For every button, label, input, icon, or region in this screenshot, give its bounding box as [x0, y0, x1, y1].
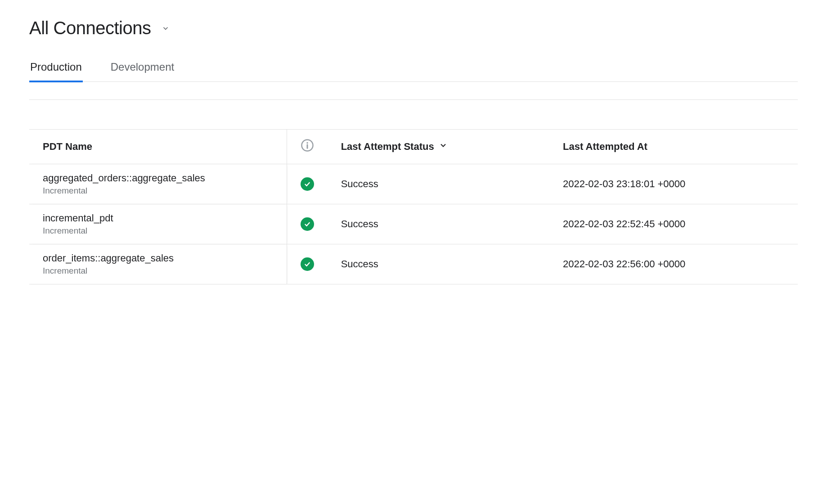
attempted-at: 2022-02-03 22:52:45 +0000 — [549, 204, 798, 244]
title-dropdown-chevron-icon[interactable] — [160, 22, 171, 34]
status-text: Success — [328, 204, 549, 244]
success-check-icon — [301, 177, 314, 191]
page-header: All Connections — [29, 18, 798, 38]
column-header-last-attempted-at[interactable]: Last Attempted At — [549, 130, 798, 164]
page-title: All Connections — [29, 18, 151, 38]
table-header-row: PDT Name Last Attempt Status — [29, 130, 798, 164]
column-header-last-attempt-status[interactable]: Last Attempt Status — [328, 130, 549, 164]
toolbar-spacer — [29, 82, 798, 100]
pdt-subtype: Incremental — [43, 226, 273, 236]
pdt-name: order_items::aggregate_sales — [43, 252, 273, 264]
table-row[interactable]: order_items::aggregate_sales Incremental… — [29, 244, 798, 284]
table-row[interactable]: incremental_pdt Incremental Success 2022… — [29, 204, 798, 244]
column-header-pdt-name[interactable]: PDT Name — [29, 130, 287, 164]
pdt-subtype: Incremental — [43, 266, 273, 276]
tabs: Production Development — [29, 61, 798, 82]
tab-production[interactable]: Production — [29, 61, 83, 81]
spacer — [29, 100, 798, 129]
status-text: Success — [328, 164, 549, 204]
success-check-icon — [301, 217, 314, 231]
info-icon — [301, 139, 314, 152]
status-text: Success — [328, 244, 549, 284]
table-row[interactable]: aggregated_orders::aggregate_sales Incre… — [29, 164, 798, 204]
pdt-subtype: Incremental — [43, 186, 273, 196]
tab-development[interactable]: Development — [110, 61, 175, 81]
column-header-status-label: Last Attempt Status — [341, 141, 434, 153]
attempted-at: 2022-02-03 22:56:00 +0000 — [549, 244, 798, 284]
pdt-table: PDT Name Last Attempt Status — [29, 129, 798, 284]
pdt-name: incremental_pdt — [43, 212, 273, 224]
attempted-at: 2022-02-03 23:18:01 +0000 — [549, 164, 798, 204]
success-check-icon — [301, 257, 314, 271]
svg-point-2 — [306, 142, 308, 144]
pdt-name: aggregated_orders::aggregate_sales — [43, 172, 273, 184]
chevron-down-icon — [439, 141, 448, 153]
column-header-info[interactable] — [287, 130, 328, 164]
